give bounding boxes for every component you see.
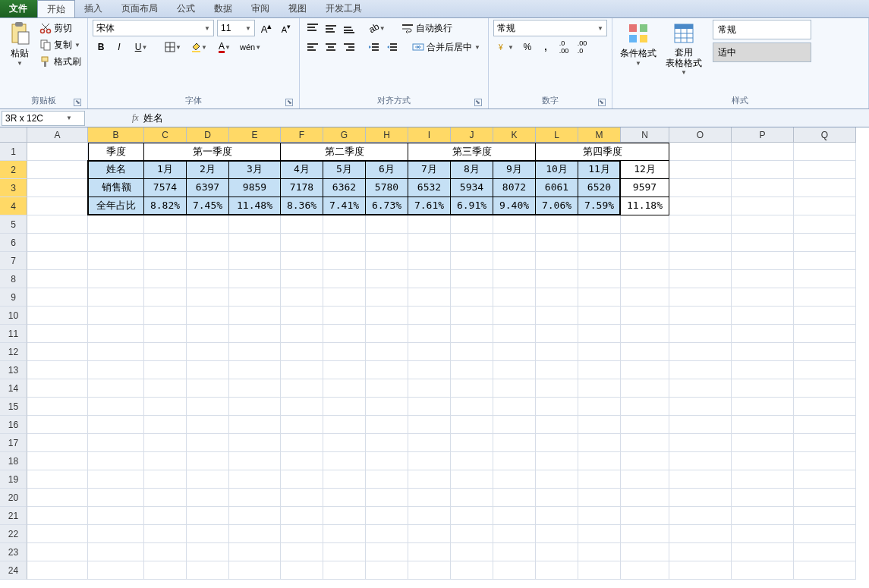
cell-O21[interactable] <box>669 507 732 525</box>
cell-D14[interactable] <box>187 379 229 398</box>
cell-O10[interactable] <box>669 307 732 325</box>
clipboard-launcher[interactable]: ⬊ <box>74 99 81 106</box>
cell-K16[interactable] <box>493 416 536 434</box>
cell-M5[interactable] <box>578 215 621 234</box>
cell-O5[interactable] <box>669 215 732 234</box>
cell-F23[interactable] <box>281 543 323 561</box>
cell-C10[interactable] <box>144 307 187 325</box>
cell-E9[interactable] <box>229 288 281 307</box>
row-header-17[interactable]: 17 <box>0 434 27 452</box>
cell-L15[interactable] <box>536 398 578 416</box>
cell-H5[interactable] <box>366 215 408 234</box>
cell-F18[interactable] <box>281 452 323 470</box>
cell-B15[interactable] <box>88 398 144 416</box>
cell-B9[interactable] <box>88 288 144 307</box>
cell-I5[interactable] <box>408 215 451 234</box>
cell-L21[interactable] <box>536 507 578 525</box>
align-center-button[interactable] <box>323 39 339 55</box>
cell-I21[interactable] <box>408 507 451 525</box>
cell-A18[interactable] <box>27 452 88 470</box>
orientation-button[interactable]: ab▼ <box>365 20 389 36</box>
cell-Q20[interactable] <box>794 489 856 507</box>
cell-Q1[interactable] <box>794 143 856 161</box>
cell-G9[interactable] <box>323 288 366 307</box>
cell-G8[interactable] <box>323 270 366 288</box>
cell-Q9[interactable] <box>794 288 856 307</box>
cell-D24[interactable] <box>187 561 229 580</box>
cell-K19[interactable] <box>493 470 536 489</box>
cell-F24[interactable] <box>281 561 323 580</box>
cell-Q7[interactable] <box>794 252 856 270</box>
cell-D17[interactable] <box>187 434 229 452</box>
cell-A2[interactable] <box>27 161 88 179</box>
cell-J7[interactable] <box>451 252 493 270</box>
cell-C14[interactable] <box>144 379 187 398</box>
cell-P20[interactable] <box>732 489 794 507</box>
cell-J14[interactable] <box>451 379 493 398</box>
col-header-D[interactable]: D <box>187 127 229 143</box>
cell-A20[interactable] <box>27 489 88 507</box>
cell-C8[interactable] <box>144 270 187 288</box>
cell-M20[interactable] <box>578 489 621 507</box>
cell-Q23[interactable] <box>794 543 856 561</box>
cell-M8[interactable] <box>578 270 621 288</box>
cell-F17[interactable] <box>281 434 323 452</box>
cell-E2[interactable]: 3月 <box>229 161 281 179</box>
row-header-8[interactable]: 8 <box>0 270 27 288</box>
cell-A8[interactable] <box>27 270 88 288</box>
cell-M11[interactable] <box>578 325 621 343</box>
row-header-4[interactable]: 4 <box>0 197 27 215</box>
cell-I13[interactable] <box>408 361 451 379</box>
cell-C23[interactable] <box>144 543 187 561</box>
cell-A7[interactable] <box>27 252 88 270</box>
cell-P9[interactable] <box>732 288 794 307</box>
cell-K7[interactable] <box>493 252 536 270</box>
cell-G11[interactable] <box>323 325 366 343</box>
cell-P17[interactable] <box>732 434 794 452</box>
cell-G3[interactable]: 6362 <box>323 179 366 197</box>
col-header-A[interactable]: A <box>27 127 88 143</box>
cell-P5[interactable] <box>732 215 794 234</box>
cell-I16[interactable] <box>408 416 451 434</box>
cell-O9[interactable] <box>669 288 732 307</box>
cell-L12[interactable] <box>536 343 578 361</box>
font-name-input[interactable] <box>96 23 204 33</box>
cell-G15[interactable] <box>323 398 366 416</box>
tab-dev[interactable]: 开发工具 <box>316 0 372 17</box>
cell-M21[interactable] <box>578 507 621 525</box>
cell-D7[interactable] <box>187 252 229 270</box>
cell-Q16[interactable] <box>794 416 856 434</box>
cell-E12[interactable] <box>229 343 281 361</box>
cell-F20[interactable] <box>281 489 323 507</box>
cell-M4[interactable]: 7.59% <box>578 197 621 215</box>
cell-L16[interactable] <box>536 416 578 434</box>
percent-button[interactable]: % <box>519 39 536 55</box>
cell-B16[interactable] <box>88 416 144 434</box>
outdent-button[interactable] <box>365 39 382 55</box>
cell-G24[interactable] <box>323 561 366 580</box>
cell-P3[interactable] <box>732 179 794 197</box>
cell-G16[interactable] <box>323 416 366 434</box>
name-box-input[interactable] <box>5 113 66 124</box>
cell-N3[interactable]: 9597 <box>621 179 669 197</box>
cell-O19[interactable] <box>669 470 732 489</box>
cell-L6[interactable] <box>536 234 578 252</box>
cell-A24[interactable] <box>27 561 88 580</box>
cell-H21[interactable] <box>366 507 408 525</box>
cell-Q17[interactable] <box>794 434 856 452</box>
cell-E17[interactable] <box>229 434 281 452</box>
cell-E23[interactable] <box>229 543 281 561</box>
cell-P6[interactable] <box>732 234 794 252</box>
align-top-button[interactable] <box>304 20 321 36</box>
cell-F6[interactable] <box>281 234 323 252</box>
row-header-18[interactable]: 18 <box>0 452 27 470</box>
cell-K24[interactable] <box>493 561 536 580</box>
cell-C5[interactable] <box>144 215 187 234</box>
cell-F13[interactable] <box>281 361 323 379</box>
cell-N4[interactable]: 11.18% <box>621 197 669 215</box>
tab-layout[interactable]: 页面布局 <box>112 0 168 17</box>
cell-I23[interactable] <box>408 543 451 561</box>
cell-A21[interactable] <box>27 507 88 525</box>
cell-E14[interactable] <box>229 379 281 398</box>
cell-F11[interactable] <box>281 325 323 343</box>
